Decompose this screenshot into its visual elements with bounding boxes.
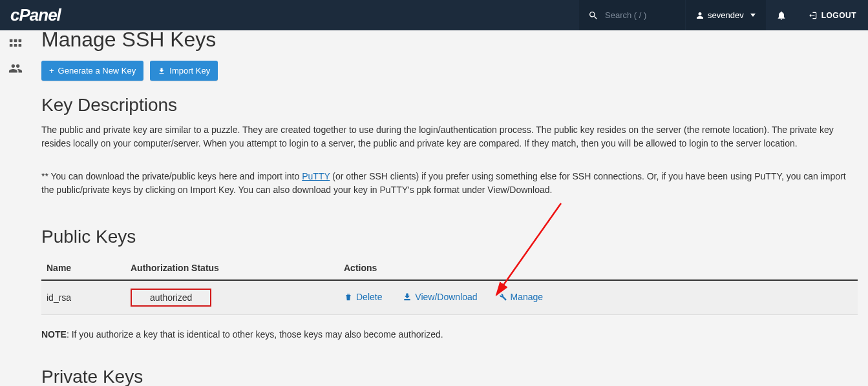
public-keys-heading: Public Keys (41, 227, 858, 247)
delete-label: Delete (356, 292, 382, 302)
user-icon (696, 12, 704, 19)
search-input[interactable] (605, 10, 676, 20)
top-header: cPanel sevendev LOGOUT (0, 0, 868, 30)
svg-rect-0 (10, 39, 13, 43)
search-box[interactable] (579, 0, 685, 30)
table-row: id_rsa authorized Delete View/Download (41, 280, 858, 315)
putty-link[interactable]: PuTTY (302, 171, 330, 181)
key-name-cell: id_rsa (41, 280, 125, 315)
note-text: : If you authorize a key that is identic… (67, 329, 443, 340)
cpanel-logo: cPanel (10, 5, 61, 25)
header-right: sevendev LOGOUT (579, 0, 868, 30)
plus-icon: + (49, 66, 54, 76)
manage-action[interactable]: Manage (498, 292, 544, 302)
logout-label: LOGOUT (821, 11, 856, 20)
import-icon (158, 67, 165, 75)
authorization-badge: authorized (131, 289, 211, 307)
search-icon (588, 10, 598, 21)
description-paragraph-2: ** You can download the private/public k… (41, 170, 858, 197)
delete-action[interactable]: Delete (344, 292, 382, 302)
manage-label: Manage (511, 292, 544, 302)
description-paragraph-1: The public and private key are similar t… (41, 123, 858, 150)
username-label: sevendev (708, 10, 744, 20)
col-name: Name (41, 256, 125, 280)
button-row: + Generate a New Key Import Key (41, 61, 858, 81)
trash-icon (344, 292, 353, 301)
desc2-pre: ** You can download the private/public k… (41, 171, 302, 181)
main-content: Manage SSH Keys + Generate a New Key Imp… (31, 30, 868, 386)
svg-rect-5 (19, 44, 22, 47)
apps-grid-icon[interactable] (6, 37, 25, 51)
page-title: Manage SSH Keys (41, 30, 858, 52)
key-descriptions-heading: Key Descriptions (41, 95, 858, 116)
col-actions: Actions (339, 256, 858, 280)
table-header-row: Name Authorization Status Actions (41, 256, 858, 280)
note-label: NOTE (41, 329, 67, 340)
notifications-button[interactable] (766, 0, 797, 30)
col-auth: Authorization Status (125, 256, 339, 280)
bell-icon (776, 10, 787, 21)
svg-rect-3 (10, 44, 13, 47)
import-key-label: Import Key (169, 66, 210, 76)
key-auth-cell: authorized (125, 280, 339, 315)
generate-key-button[interactable]: + Generate a New Key (41, 61, 143, 81)
private-keys-heading: Private Keys (41, 367, 858, 386)
generate-key-label: Generate a New Key (58, 66, 136, 76)
download-icon (403, 292, 412, 301)
left-sidebar (0, 30, 31, 386)
svg-rect-4 (14, 44, 17, 47)
user-menu[interactable]: sevendev (686, 0, 766, 30)
key-actions-cell: Delete View/Download Manage (339, 280, 858, 315)
users-icon[interactable] (6, 61, 25, 76)
logout-icon (809, 11, 818, 20)
view-download-action[interactable]: View/Download (403, 292, 477, 302)
logout-button[interactable]: LOGOUT (797, 0, 868, 30)
public-keys-table: Name Authorization Status Actions id_rsa… (41, 256, 858, 315)
view-label: View/Download (415, 292, 477, 302)
svg-rect-1 (14, 39, 17, 43)
svg-rect-2 (19, 39, 22, 43)
caret-down-icon (750, 14, 756, 17)
note-paragraph: NOTE: If you authorize a key that is ide… (41, 329, 858, 340)
import-key-button[interactable]: Import Key (150, 61, 218, 81)
wrench-icon (498, 292, 507, 301)
